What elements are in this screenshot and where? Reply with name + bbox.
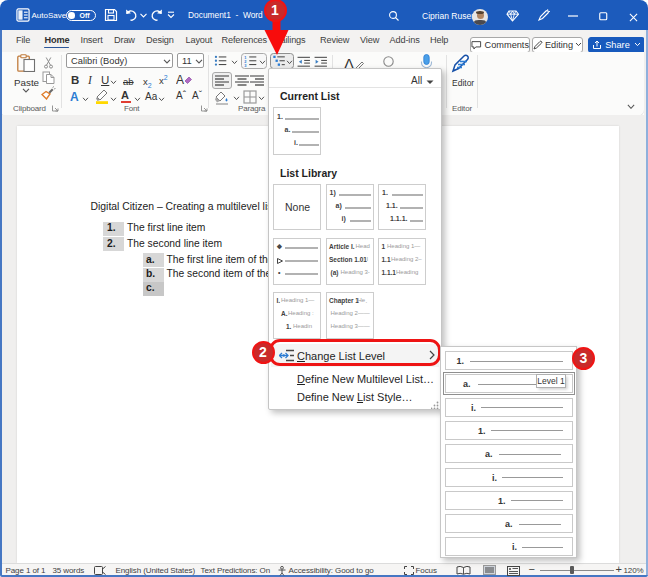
svg-text:A: A: [176, 73, 184, 87]
svg-text:3: 3: [244, 63, 247, 67]
